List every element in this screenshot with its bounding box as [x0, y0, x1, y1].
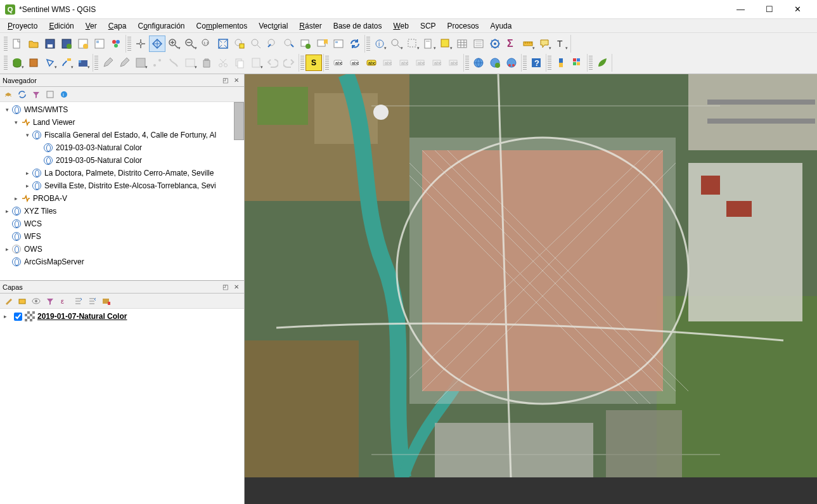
menu-complementos[interactable]: Complementos	[191, 20, 253, 32]
select-by-value-button[interactable]	[421, 36, 437, 52]
show-bookmarks-button[interactable]	[330, 36, 347, 52]
filter-browser-icon[interactable]	[29, 87, 43, 101]
manage-visibility-icon[interactable]	[29, 294, 43, 308]
text-annotation-button[interactable]: T	[553, 36, 569, 52]
grid-tool-button[interactable]	[569, 55, 586, 71]
new-project-button[interactable]	[9, 36, 25, 52]
layer-visibility-checkbox[interactable]	[14, 313, 22, 321]
python-console-button[interactable]	[553, 55, 569, 71]
menu-proyecto[interactable]: Proyecto	[3, 20, 42, 32]
collapse-all-icon[interactable]	[43, 87, 57, 101]
menu-edicion[interactable]: Edición	[44, 20, 79, 32]
menu-scp[interactable]: SCP	[415, 20, 441, 32]
open-project-button[interactable]	[25, 36, 42, 52]
menu-vectorial[interactable]: Vectorial	[254, 20, 293, 32]
attribute-table-button[interactable]	[454, 36, 470, 52]
minimize-button[interactable]: —	[726, 0, 755, 19]
pan-button[interactable]	[132, 36, 149, 52]
delete-selected-button[interactable]	[198, 55, 215, 71]
quickmap-button[interactable]	[487, 55, 503, 71]
metasearch-button[interactable]	[470, 55, 487, 71]
menu-basedatos[interactable]: Base de datos	[328, 20, 387, 32]
properties-icon[interactable]: i	[57, 87, 71, 101]
layers-close-button[interactable]: ✕	[231, 282, 241, 292]
label-tool-4[interactable]: abc	[396, 55, 413, 71]
select-features-button[interactable]	[404, 36, 421, 52]
redo-button[interactable]	[281, 55, 297, 71]
add-raster-layer-button[interactable]	[75, 55, 91, 71]
menu-ayuda[interactable]: Ayuda	[486, 20, 517, 32]
vertex-tool-button[interactable]	[182, 55, 198, 71]
processing-toolbox-button[interactable]	[487, 36, 503, 52]
add-polygon-button[interactable]	[165, 55, 182, 71]
browser-undock-button[interactable]: ◰	[220, 75, 230, 86]
label-tool-3[interactable]: abc	[380, 55, 396, 71]
zoom-out-button[interactable]	[182, 36, 198, 52]
tree-wfs[interactable]: WFS	[0, 230, 244, 243]
pan-to-selection-button[interactable]	[149, 36, 165, 52]
new-geopackage-button[interactable]	[25, 55, 42, 71]
tree-fiscalia[interactable]: ▾Fiscalía General del Estado, 4, Calle d…	[0, 129, 244, 141]
tree-ladoctora[interactable]: ▸La Doctora, Palmete, Distrito Cerro-Ama…	[0, 167, 244, 179]
tree-layer-2019-03-03[interactable]: 2019-03-03-Natural Color	[0, 141, 244, 154]
new-layout-button[interactable]	[75, 36, 91, 52]
data-source-manager-button[interactable]	[9, 55, 25, 71]
browser-tree[interactable]: ▾WMS/WMTS ▾Land Viewer ▾Fiscalía General…	[0, 102, 244, 280]
browser-scrollbar[interactable]	[234, 102, 244, 140]
tree-landviewer[interactable]: ▾Land Viewer	[0, 116, 244, 129]
refresh-button[interactable]	[347, 36, 363, 52]
tree-wcs[interactable]: WCS	[0, 217, 244, 230]
menu-web[interactable]: Web	[388, 20, 413, 32]
zoom-full-button[interactable]	[215, 36, 231, 52]
close-button[interactable]: ✕	[783, 0, 812, 19]
layers-tree[interactable]: ▸ 2019-01-07-Natural Color	[0, 309, 244, 504]
save-as-button[interactable]	[58, 36, 75, 52]
save-edits-button[interactable]	[116, 55, 132, 71]
add-feature-button[interactable]	[149, 55, 165, 71]
statistics-button[interactable]: Σ	[503, 36, 520, 52]
help-button[interactable]: ?	[528, 55, 544, 71]
web-tool-button[interactable]	[503, 55, 520, 71]
add-group-icon[interactable]	[15, 294, 29, 308]
paste-features-button[interactable]	[248, 55, 264, 71]
zoom-native-button[interactable]: 1:1	[198, 36, 215, 52]
save-layer-edits-button[interactable]	[132, 55, 149, 71]
snapping-button[interactable]: S	[306, 55, 322, 71]
zoom-next-button[interactable]	[281, 36, 297, 52]
identify-button[interactable]: i	[371, 36, 388, 52]
add-layer-icon[interactable]	[1, 87, 15, 101]
tree-wms[interactable]: ▾WMS/WMTS	[0, 103, 244, 116]
layer-style-icon[interactable]	[1, 294, 15, 308]
new-bookmark-button[interactable]	[314, 36, 330, 52]
zoom-to-selection-button[interactable]	[231, 36, 248, 52]
deselect-all-button[interactable]	[437, 36, 454, 52]
label-tool-highlighted[interactable]: abc	[363, 55, 380, 71]
menu-raster[interactable]: Ráster	[294, 20, 326, 32]
field-calculator-button[interactable]	[470, 36, 487, 52]
remove-layer-icon[interactable]	[99, 294, 113, 308]
tree-arcgis[interactable]: ArcGisMapServer	[0, 255, 244, 268]
browser-close-button[interactable]: ✕	[231, 75, 241, 86]
layer-row[interactable]: ▸ 2019-01-07-Natural Color	[1, 310, 243, 323]
label-tool-7[interactable]: abc	[446, 55, 462, 71]
menu-procesos[interactable]: Procesos	[442, 20, 484, 32]
menu-ver[interactable]: Ver	[80, 20, 102, 32]
layers-undock-button[interactable]: ◰	[220, 282, 230, 292]
actions-button[interactable]	[388, 36, 404, 52]
tree-ows[interactable]: ▸OWS	[0, 243, 244, 255]
tree-layer-2019-03-05[interactable]: 2019-03-05-Natural Color	[0, 154, 244, 167]
refresh-browser-icon[interactable]	[15, 87, 29, 101]
tree-sevillaeste[interactable]: ▸Sevilla Este, Distrito Este-Alcosa-Torr…	[0, 179, 244, 192]
menu-capa[interactable]: Capa	[103, 20, 132, 32]
zoom-to-layer-button[interactable]	[248, 36, 264, 52]
copy-features-button[interactable]	[231, 55, 248, 71]
style-manager-button[interactable]	[108, 36, 124, 52]
filter-expression-icon[interactable]: ε	[57, 294, 71, 308]
undo-button[interactable]	[264, 55, 281, 71]
expand-all-icon[interactable]	[71, 294, 85, 308]
toggle-editing-button[interactable]	[100, 55, 116, 71]
zoom-last-button[interactable]	[264, 36, 281, 52]
menu-configuracion[interactable]: Configuración	[132, 20, 190, 32]
save-project-button[interactable]	[42, 36, 58, 52]
label-tool-1[interactable]: abc	[330, 55, 347, 71]
